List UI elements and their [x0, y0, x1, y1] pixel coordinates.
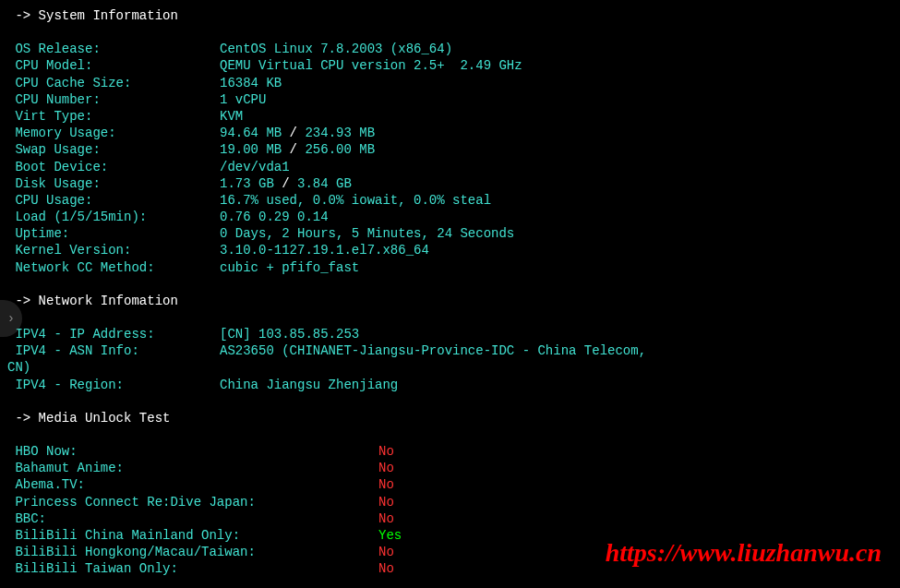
system-info-row: CPU Usage:16.7% used, 0.0% iowait, 0.0% … [7, 192, 893, 209]
media-status: No [378, 544, 394, 560]
media-status: Yes [378, 527, 402, 544]
info-value: 1 vCPU [220, 91, 266, 108]
system-info-row: Swap Usage:19.00 MB / 256.00 MB [7, 141, 893, 158]
info-value: 0.76 0.29 0.14 [220, 209, 329, 225]
info-separator: / [282, 141, 305, 158]
info-value: 16384 KB [220, 75, 282, 91]
network-info-row: IPV4 - ASN Info:AS23650 (CHINANET-Jiangs… [7, 342, 893, 359]
media-service-label: BiliBili Taiwan Only: [7, 560, 378, 577]
info-value: /dev/vda1 [220, 159, 290, 175]
section-header-media: -> Media Unlock Test [7, 410, 893, 426]
system-info-row: CPU Model:QEMU Virtual CPU version 2.5+ … [7, 57, 893, 74]
info-label: Swap Usage: [7, 141, 220, 158]
media-status: No [378, 476, 394, 493]
info-label: IPV4 - IP Address: [7, 326, 220, 342]
info-value-total: 234.93 MB [305, 125, 375, 141]
info-value: 0 Days, 2 Hours, 5 Minutes, 24 Seconds [220, 225, 514, 242]
media-service-label: Bahamut Anime: [7, 460, 378, 476]
info-label: IPV4 - Region: [7, 377, 220, 393]
system-info-row: Memory Usage:94.64 MB / 234.93 MB [7, 125, 893, 141]
media-service-label: Abema.TV: [7, 476, 378, 493]
system-info-row: CPU Cache Size:16384 KB [7, 75, 893, 91]
system-info-row: Uptime:0 Days, 2 Hours, 5 Minutes, 24 Se… [7, 225, 893, 242]
info-value: KVM [220, 108, 243, 125]
network-info-row: IPV4 - Region:China Jiangsu Zhenjiang [7, 377, 893, 393]
system-info-row: Virt Type:KVM [7, 108, 893, 125]
info-label: CPU Number: [7, 91, 220, 108]
chevron-right-icon: › [7, 310, 15, 327]
media-service-label: BiliBili Hongkong/Macau/Taiwan: [7, 544, 378, 560]
info-value-used: 94.64 MB [220, 125, 282, 141]
info-value: 16.7% used, 0.0% iowait, 0.0% steal [220, 192, 491, 209]
system-info-row: Boot Device:/dev/vda1 [7, 159, 893, 175]
info-value-total: 256.00 MB [305, 141, 375, 158]
info-label: IPV4 - ASN Info: [7, 342, 220, 359]
media-service-label: HBO Now: [7, 443, 378, 460]
info-label: Load (1/5/15min): [7, 209, 220, 225]
media-status: No [378, 443, 394, 460]
media-test-row: Princess Connect Re:Dive Japan:No [7, 494, 893, 510]
info-value: [CN] 103.85.85.253 [220, 326, 359, 342]
network-info-row: CN) [7, 359, 893, 376]
system-info-row: Load (1/5/15min):0.76 0.29 0.14 [7, 209, 893, 225]
media-test-row: Abema.TV:No [7, 476, 893, 493]
system-info-row: OS Release:CentOS Linux 7.8.2003 (x86_64… [7, 41, 893, 57]
network-info-row: IPV4 - IP Address:[CN] 103.85.85.253 [7, 326, 893, 342]
section-header-network: -> Network Infomation [7, 293, 893, 309]
info-value: CentOS Linux 7.8.2003 (x86_64) [220, 41, 452, 57]
info-label: Kernel Version: [7, 242, 220, 258]
info-value-total: 3.84 GB [297, 175, 352, 192]
terminal-output: -> System Information OS Release:CentOS … [7, 7, 893, 577]
info-label: CPU Model: [7, 57, 220, 74]
media-test-row: HBO Now:No [7, 443, 893, 460]
media-service-label: BBC: [7, 510, 378, 527]
watermark: https://www.liuzhanwu.cn [606, 536, 882, 570]
info-label: Boot Device: [7, 159, 220, 175]
info-label: Virt Type: [7, 108, 220, 125]
info-label: CN) [7, 359, 30, 376]
info-separator: / [274, 175, 297, 192]
info-label: CPU Cache Size: [7, 75, 220, 91]
media-status: No [378, 510, 394, 527]
info-label: Uptime: [7, 225, 220, 242]
info-label: Memory Usage: [7, 125, 220, 141]
info-label: Network CC Method: [7, 259, 220, 276]
system-info-row: Kernel Version:3.10.0-1127.19.1.el7.x86_… [7, 242, 893, 258]
info-value-used: 1.73 GB [220, 175, 274, 192]
info-value: 3.10.0-1127.19.1.el7.x86_64 [220, 242, 429, 258]
info-value: QEMU Virtual CPU version 2.5+ 2.49 GHz [220, 57, 522, 74]
system-info-row: Disk Usage:1.73 GB / 3.84 GB [7, 175, 893, 192]
section-header-system: -> System Information [7, 7, 893, 24]
info-label: OS Release: [7, 41, 220, 57]
media-status: No [378, 494, 394, 510]
info-value: AS23650 (CHINANET-Jiangsu-Province-IDC -… [220, 342, 646, 359]
info-value-used: 19.00 MB [220, 141, 282, 158]
system-info-row: Network CC Method:cubic + pfifo_fast [7, 259, 893, 276]
media-service-label: Princess Connect Re:Dive Japan: [7, 494, 378, 510]
info-value: China Jiangsu Zhenjiang [220, 377, 398, 393]
system-info-row: CPU Number:1 vCPU [7, 91, 893, 108]
media-status: No [378, 560, 394, 577]
info-label: CPU Usage: [7, 192, 220, 209]
info-value: cubic + pfifo_fast [220, 259, 359, 276]
info-label: Disk Usage: [7, 175, 220, 192]
media-test-row: BBC:No [7, 510, 893, 527]
media-status: No [378, 460, 394, 476]
info-separator: / [282, 125, 305, 141]
media-test-row: Bahamut Anime:No [7, 460, 893, 476]
media-service-label: BiliBili China Mainland Only: [7, 527, 378, 544]
